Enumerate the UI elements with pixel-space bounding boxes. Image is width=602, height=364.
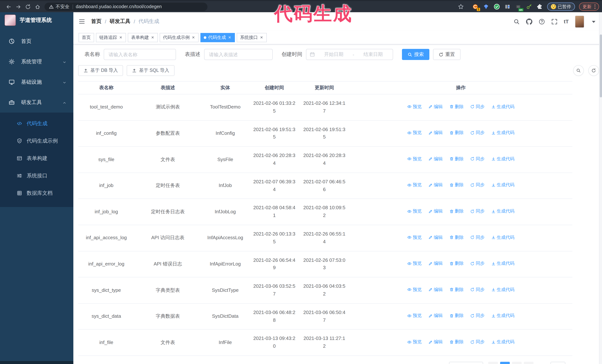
bookmark-star-icon[interactable] xyxy=(457,3,464,10)
github-icon[interactable] xyxy=(526,18,532,25)
tag-tab[interactable]: 首页 xyxy=(78,33,94,42)
tab-close-icon[interactable] xyxy=(260,36,263,39)
tag-tab[interactable]: 链路追踪 xyxy=(96,33,126,42)
breadcrumb-home[interactable]: 首页 xyxy=(91,18,101,25)
sidebar-menu-item[interactable]: 基础设施 xyxy=(0,72,73,92)
extension-check-icon[interactable] xyxy=(493,3,500,10)
tab-close-icon[interactable] xyxy=(228,36,232,39)
generate-code-link[interactable]: 生成代码 xyxy=(491,129,515,136)
table-name-input[interactable] xyxy=(104,49,176,60)
edit-link[interactable]: 编辑 xyxy=(428,103,443,110)
url-text[interactable]: dashboard.yudao.iocoder.cn/tool/codegen xyxy=(76,4,162,9)
preview-link[interactable]: 预览 xyxy=(407,312,422,319)
reset-button[interactable]: 重置 xyxy=(433,49,461,60)
sync-link[interactable]: 同步 xyxy=(470,312,484,319)
edit-link[interactable]: 编辑 xyxy=(428,156,443,163)
import-db-button[interactable]: 基于 DB 导入 xyxy=(78,65,123,76)
page-number-button[interactable]: 2 xyxy=(512,362,522,364)
sync-link[interactable]: 同步 xyxy=(470,156,484,163)
user-avatar[interactable] xyxy=(575,15,584,28)
insecure-label[interactable]: 不安全 xyxy=(55,3,69,10)
sync-link[interactable]: 同步 xyxy=(470,286,484,293)
next-page-button[interactable] xyxy=(524,362,533,364)
edit-link[interactable]: 编辑 xyxy=(428,312,443,319)
delete-link[interactable]: 删除 xyxy=(449,260,464,267)
tab-close-icon[interactable] xyxy=(192,36,195,39)
sync-link[interactable]: 同步 xyxy=(470,182,484,189)
goto-page-input[interactable] xyxy=(550,362,565,364)
edit-link[interactable]: 编辑 xyxy=(428,338,443,345)
preview-link[interactable]: 预览 xyxy=(407,234,422,241)
page-size-select[interactable]: 10条/页 xyxy=(449,362,483,364)
import-sql-button[interactable]: 基于 SQL 导入 xyxy=(127,65,174,76)
browser-forward-icon[interactable] xyxy=(13,2,23,11)
edit-link[interactable]: 编辑 xyxy=(428,234,443,241)
generate-code-link[interactable]: 生成代码 xyxy=(491,286,515,293)
extensions-puzzle-icon[interactable] xyxy=(536,3,543,10)
table-desc-input[interactable] xyxy=(204,49,273,60)
edit-link[interactable]: 编辑 xyxy=(428,129,443,136)
extension-orange-icon[interactable]: 1 xyxy=(472,3,478,10)
delete-link[interactable]: 删除 xyxy=(449,103,464,110)
sidebar-submenu-item[interactable]: 表单构建 xyxy=(0,150,73,167)
sync-link[interactable]: 同步 xyxy=(470,208,484,215)
extension-proxy-icon[interactable]: on xyxy=(515,3,521,10)
extension-sliders-icon[interactable] xyxy=(504,3,511,10)
sidebar-menu-item[interactable]: 首页 xyxy=(0,31,73,52)
address-bar[interactable]: 不安全 dashboard.yudao.iocoder.cn/tool/code… xyxy=(44,2,207,11)
date-range-picker[interactable]: 开始日期 - 结束日期 xyxy=(306,49,393,60)
sidebar-submenu-item[interactable]: 数据库文档 xyxy=(0,184,73,202)
search-button[interactable]: 搜索 xyxy=(402,49,429,60)
generate-code-link[interactable]: 生成代码 xyxy=(491,312,515,319)
extension-gem-icon[interactable] xyxy=(483,3,489,10)
tab-close-icon[interactable] xyxy=(151,36,154,39)
preview-link[interactable]: 预览 xyxy=(407,338,422,345)
breadcrumb-tools[interactable]: 研发工具 xyxy=(110,18,130,25)
chrome-menu-icon[interactable] xyxy=(594,5,595,9)
page-number-button[interactable]: 1 xyxy=(500,362,510,364)
generate-code-link[interactable]: 生成代码 xyxy=(491,234,515,241)
browser-back-icon[interactable] xyxy=(4,2,13,11)
extension-key-icon[interactable] xyxy=(526,3,532,10)
header-search-icon[interactable] xyxy=(514,18,520,25)
sync-link[interactable]: 同步 xyxy=(470,234,484,241)
delete-link[interactable]: 删除 xyxy=(449,182,464,189)
sync-link[interactable]: 同步 xyxy=(470,129,484,136)
delete-link[interactable]: 删除 xyxy=(449,312,464,319)
preview-link[interactable]: 预览 xyxy=(407,182,422,189)
browser-home-icon[interactable] xyxy=(32,2,42,11)
delete-link[interactable]: 删除 xyxy=(449,338,464,345)
sidebar-logo-row[interactable]: 芋道管理系统 xyxy=(0,12,73,28)
tag-tab[interactable]: 代码生成 xyxy=(200,33,235,42)
edit-link[interactable]: 编辑 xyxy=(428,286,443,293)
prev-page-button[interactable] xyxy=(488,362,498,364)
preview-link[interactable]: 预览 xyxy=(407,103,422,110)
user-menu-caret-icon[interactable] xyxy=(591,18,597,25)
chrome-update-button[interactable]: 更新 xyxy=(579,3,599,11)
page-scrollbar[interactable] xyxy=(599,12,602,364)
delete-link[interactable]: 删除 xyxy=(449,286,464,293)
edit-link[interactable]: 编辑 xyxy=(428,182,443,189)
browser-reload-icon[interactable] xyxy=(23,2,32,11)
toggle-search-button[interactable] xyxy=(573,65,584,76)
generate-code-link[interactable]: 生成代码 xyxy=(491,156,515,163)
generate-code-link[interactable]: 生成代码 xyxy=(491,260,515,267)
sidebar-submenu-item[interactable]: 系统接口 xyxy=(0,167,73,184)
refresh-table-button[interactable] xyxy=(588,65,599,76)
fullscreen-icon[interactable] xyxy=(551,18,558,25)
sidebar-menu-item[interactable]: 系统管理 xyxy=(0,52,73,72)
sync-link[interactable]: 同步 xyxy=(470,260,484,267)
preview-link[interactable]: 预览 xyxy=(407,286,422,293)
generate-code-link[interactable]: 生成代码 xyxy=(491,182,515,189)
collapse-sidebar-icon[interactable] xyxy=(78,18,85,25)
sync-link[interactable]: 同步 xyxy=(470,338,484,345)
sidebar-submenu-item[interactable]: 代码生成示例 xyxy=(0,132,73,150)
profile-paused-pill[interactable]: 已暂停 xyxy=(547,3,575,11)
preview-link[interactable]: 预览 xyxy=(407,156,422,163)
generate-code-link[interactable]: 生成代码 xyxy=(491,208,515,215)
edit-link[interactable]: 编辑 xyxy=(428,260,443,267)
font-size-icon[interactable]: tT xyxy=(564,19,569,24)
delete-link[interactable]: 删除 xyxy=(449,156,464,163)
generate-code-link[interactable]: 生成代码 xyxy=(491,103,515,110)
delete-link[interactable]: 删除 xyxy=(449,234,464,241)
